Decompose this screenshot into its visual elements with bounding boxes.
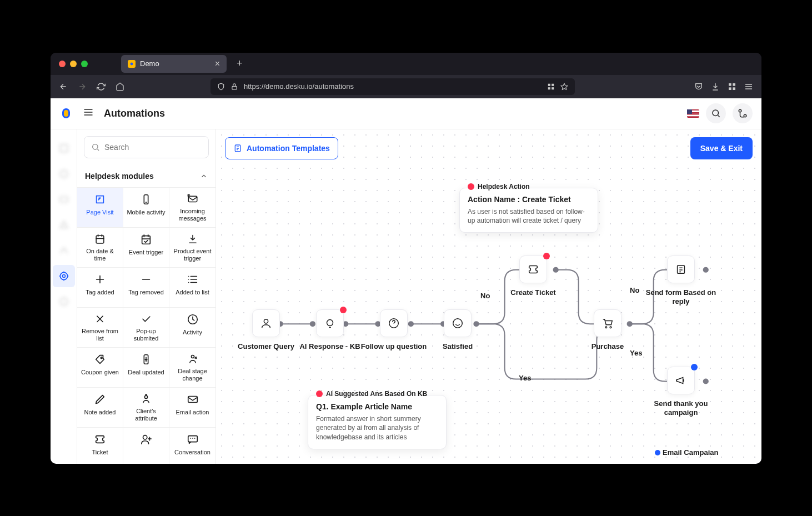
node-followup[interactable]: Follow up question: [380, 309, 408, 337]
svg-rect-10: [733, 87, 735, 90]
smile-icon: [452, 317, 464, 329]
module-client[interactable]: Client's attribute: [123, 388, 169, 428]
module-ticket[interactable]: Ticket: [77, 428, 123, 464]
home-icon[interactable]: [116, 82, 124, 91]
popup-helpdesk-action[interactable]: Helpdesk Action Action Name : Create Tic…: [459, 188, 598, 233]
module-label: Conversation: [174, 449, 210, 456]
settings-button[interactable]: [733, 103, 753, 123]
language-flag[interactable]: [687, 109, 699, 118]
svg-marker-6: [561, 83, 568, 89]
node-create-ticket[interactable]: Create Ticket: [519, 256, 547, 283]
module-check[interactable]: Pop-up submited: [123, 308, 169, 348]
list-icon: [187, 273, 199, 285]
maximize-window-dot[interactable]: [81, 61, 88, 67]
rail-item-automations[interactable]: [53, 265, 75, 287]
rail-item-7[interactable]: [53, 290, 75, 313]
rail-item-2[interactable]: [53, 163, 75, 185]
module-chat[interactable]: Conversation: [169, 428, 215, 464]
svg-rect-28: [142, 236, 151, 244]
module-label: Note added: [84, 409, 116, 416]
search-field[interactable]: [104, 143, 202, 152]
section-header[interactable]: Helpdesk modules: [77, 165, 215, 188]
module-note[interactable]: Note added: [77, 388, 123, 428]
module-activity[interactable]: Activity: [169, 308, 215, 348]
rail-item-4[interactable]: [53, 214, 75, 236]
module-calendar[interactable]: On date & time: [77, 228, 123, 268]
rail-item-5[interactable]: [53, 239, 75, 262]
module-stage[interactable]: Deal stage change: [169, 348, 215, 388]
module-event[interactable]: Event trigger: [123, 228, 169, 268]
ticket-icon: [94, 433, 106, 445]
svg-rect-4: [548, 87, 550, 89]
module-coupon[interactable]: Coupon given: [77, 348, 123, 388]
new-tab-button[interactable]: +: [232, 58, 247, 69]
node-send-thanks[interactable]: Send thank you campaign: [667, 367, 695, 394]
app-logo[interactable]: [59, 107, 73, 120]
pocket-icon[interactable]: [694, 82, 703, 91]
user-plus-icon: [140, 433, 152, 445]
module-plus[interactable]: Tag added: [77, 268, 123, 308]
url-field[interactable]: https://demo.desku.io/automations: [210, 78, 575, 95]
branch-no-2: No: [630, 286, 639, 294]
node-purchase[interactable]: Purchase: [594, 309, 621, 337]
search-input[interactable]: [84, 136, 209, 158]
rail-item-3[interactable]: [53, 188, 75, 211]
module-mobile[interactable]: Mobile activity: [123, 188, 169, 228]
browser-tab[interactable]: Demo ×: [121, 55, 227, 73]
popup-ai-suggested[interactable]: AI Suggested Ans Based On KB Q1. Example…: [308, 395, 447, 449]
hamburger-icon[interactable]: [83, 107, 94, 120]
module-label: Deal stage change: [173, 368, 212, 382]
tab-close-icon[interactable]: ×: [215, 59, 220, 69]
node-ai-response[interactable]: AI Response - KB: [316, 309, 344, 337]
forward-icon[interactable]: [78, 82, 87, 91]
minimize-window-dot[interactable]: [70, 61, 77, 67]
close-window-dot[interactable]: [59, 61, 66, 67]
app-header: Automations: [51, 98, 761, 129]
node-satisfied[interactable]: Satisfied: [444, 309, 472, 337]
branch-yes: Yes: [519, 374, 531, 382]
node-customer-query[interactable]: Customer Query: [252, 309, 280, 337]
module-minus[interactable]: Tag removed: [123, 268, 169, 308]
popup-tag: Helpdesk Action: [478, 183, 530, 191]
rail-item-1[interactable]: [53, 137, 75, 159]
module-user-plus[interactable]: [123, 428, 169, 464]
ticket-icon: [527, 263, 539, 275]
window-controls: [59, 61, 88, 67]
automation-templates-button[interactable]: Automation Templates: [225, 137, 338, 159]
menu-icon[interactable]: [744, 82, 753, 91]
module-download[interactable]: Product event trigger: [169, 228, 215, 268]
module-email[interactable]: Email action: [169, 388, 215, 428]
save-exit-button[interactable]: Save & Exit: [690, 137, 753, 159]
extensions-icon[interactable]: [728, 82, 736, 91]
svg-rect-8: [733, 83, 735, 86]
star-icon[interactable]: [560, 83, 568, 91]
module-page-visit[interactable]: Page Visit: [77, 188, 123, 228]
lock-icon: [230, 83, 238, 91]
svg-rect-2: [548, 83, 550, 86]
grid-icon[interactable]: [547, 83, 555, 91]
svg-point-32: [191, 355, 194, 358]
module-x[interactable]: Remove from list: [77, 308, 123, 348]
bulb-icon: [324, 317, 336, 329]
svg-point-13: [713, 110, 719, 116]
svg-point-56: [704, 379, 708, 383]
reload-icon[interactable]: [97, 82, 106, 91]
svg-point-34: [146, 394, 147, 395]
node-send-form[interactable]: Send form Based on reply: [667, 256, 695, 283]
svg-rect-1: [232, 86, 237, 89]
activity-icon: [187, 313, 199, 325]
back-icon[interactable]: [59, 82, 68, 91]
module-incoming[interactable]: Incoming messages: [169, 188, 215, 228]
svg-point-20: [60, 272, 67, 279]
module-label: Page Visit: [86, 209, 113, 216]
popup-body: Formated answer in short summery generat…: [316, 414, 438, 442]
flow-canvas[interactable]: Automation Templates Save & Exit: [216, 129, 761, 464]
module-label: On date & time: [81, 248, 119, 262]
module-label: Tag removed: [128, 289, 164, 296]
search-button[interactable]: [706, 103, 726, 123]
minus-icon: [140, 273, 152, 285]
module-label: Mobile activity: [127, 209, 165, 216]
module-deal[interactable]: Deal updated: [123, 348, 169, 388]
module-list[interactable]: Added to list: [169, 268, 215, 308]
download-icon[interactable]: [711, 82, 720, 91]
